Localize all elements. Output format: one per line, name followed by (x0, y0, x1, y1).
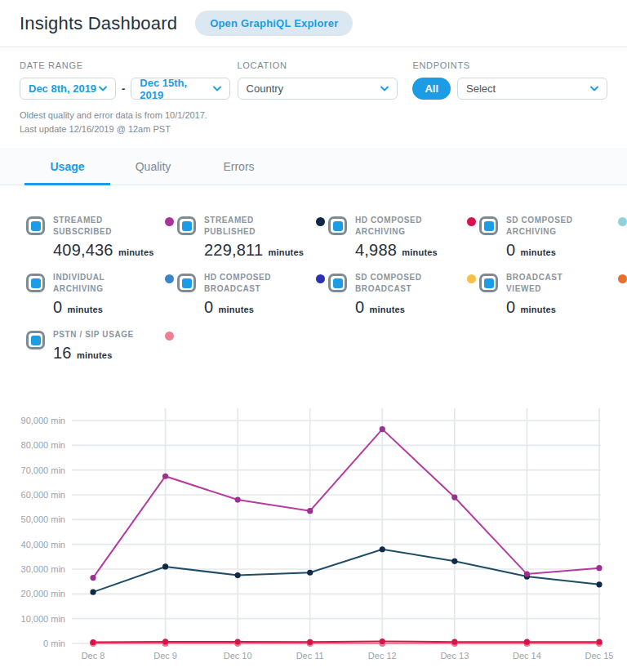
metric-number: 16 (53, 344, 72, 362)
tab-usage[interactable]: Usage (24, 148, 110, 185)
data-point-dot (596, 565, 602, 571)
data-point-dot (162, 474, 168, 479)
usage-line-chart: 0 min10,000 min20,000 min30,000 min40,00… (0, 403, 627, 672)
usage-chart-section: 0 min10,000 min20,000 min30,000 min40,00… (0, 403, 627, 672)
page-title: Insights Dashboard (20, 13, 177, 34)
metric-value: 0 minutes (355, 298, 476, 317)
metric-value: 4,988 minutes (355, 241, 476, 260)
series-color-dot (618, 217, 627, 226)
endpoints-select[interactable]: Select (457, 78, 607, 100)
metric-card-body: HD COMPOSED BROADCAST 0 minutes (204, 272, 325, 321)
data-point-dot (380, 639, 385, 644)
x-axis-tick-label: Dec 13 (440, 651, 469, 661)
data-point-dot (235, 639, 241, 645)
y-axis-tick-label: 60,000 min (21, 490, 65, 500)
x-axis-tick-label: Dec 12 (368, 651, 397, 661)
y-axis-tick-label: 80,000 min (21, 440, 65, 450)
series-color-dot (165, 274, 174, 283)
metric-card: STREAMED PUBLISHED 229,811 minutes (177, 215, 328, 264)
metric-card: INDIVIDUAL ARCHIVING 0 minutes (26, 272, 177, 321)
metric-checkbox[interactable] (177, 216, 196, 235)
series-color-dot (467, 274, 476, 283)
checkbox-check-fill (31, 336, 41, 345)
tab-errors[interactable]: Errors (196, 148, 282, 185)
metric-card-body: STREAMED PUBLISHED 229,811 minutes (204, 215, 325, 264)
metric-label: PSTN / SIP USAGE (53, 329, 136, 340)
metric-value: 16 minutes (53, 344, 174, 363)
metric-number: 0 (506, 298, 515, 316)
metric-unit: minutes (265, 247, 304, 257)
date-end-value: Dec 15th, 2019 (140, 77, 213, 101)
y-axis-tick-label: 10,000 min (21, 614, 65, 624)
y-axis-tick-label: 20,000 min (21, 589, 65, 599)
checkbox-check-fill (484, 221, 494, 231)
metric-checkbox[interactable] (479, 274, 498, 292)
y-axis-tick-label: 0 min (43, 639, 65, 648)
series-line (93, 642, 599, 643)
data-point-dot (307, 508, 313, 514)
metric-label: HD COMPOSED BROADCAST (204, 272, 287, 295)
checkbox-check-fill (333, 221, 343, 231)
metric-checkbox[interactable] (177, 274, 196, 292)
chevron-down-icon (380, 86, 389, 91)
data-point-dot (90, 575, 96, 581)
date-start-select[interactable]: Dec 8th, 2019 (20, 78, 116, 100)
metric-checkbox[interactable] (26, 274, 45, 292)
series-color-dot (165, 217, 174, 226)
open-graphiql-explorer-button[interactable]: Open GraphiQL Explorer (195, 11, 353, 36)
metric-number: 0 (53, 298, 62, 316)
data-availability-note: Oldest quality and error data is from 10… (20, 109, 238, 136)
endpoints-group: ENDPOINTS All Select (412, 60, 607, 136)
page-header: Insights Dashboard Open GraphiQL Explore… (0, 0, 627, 47)
date-end-select[interactable]: Dec 15th, 2019 (131, 78, 230, 100)
tab-quality[interactable]: Quality (110, 148, 196, 185)
checkbox-check-fill (182, 221, 192, 231)
metric-value: 0 minutes (506, 298, 627, 317)
metric-number: 0 (506, 241, 515, 259)
metric-number: 229,811 (204, 241, 263, 259)
data-point-dot (307, 639, 313, 645)
location-select[interactable]: Country (238, 78, 398, 100)
tab-bar: Usage Quality Errors (0, 148, 627, 185)
metric-number: 4,988 (355, 241, 397, 259)
checkbox-check-fill (31, 221, 41, 231)
metric-value: 409,436 minutes (53, 241, 174, 260)
x-axis-tick-label: Dec 8 (82, 651, 105, 661)
endpoints-all-button[interactable]: All (412, 78, 451, 100)
data-point-dot (596, 581, 602, 587)
metric-card: SD COMPOSED ARCHIVING 0 minutes (479, 215, 627, 264)
metric-card-grid: STREAMED SUBSCRIBED 409,436 minutes STRE… (0, 185, 627, 403)
metric-label: HD COMPOSED ARCHIVING (355, 215, 438, 238)
location-value: Country (247, 82, 284, 95)
metric-unit: minutes (518, 247, 556, 257)
data-point-dot (380, 426, 385, 432)
metric-unit: minutes (518, 305, 556, 314)
chevron-down-icon (213, 86, 221, 91)
data-point-dot (596, 639, 602, 645)
metric-checkbox[interactable] (26, 216, 45, 235)
metric-label: SD COMPOSED BROADCAST (355, 272, 438, 295)
metric-label: SD COMPOSED ARCHIVING (506, 215, 589, 238)
metric-checkbox[interactable] (328, 274, 347, 292)
data-point-dot (162, 639, 168, 644)
checkbox-check-fill (333, 278, 343, 288)
metric-card: HD COMPOSED ARCHIVING 4,988 minutes (328, 215, 479, 264)
x-axis-tick-label: Dec 9 (153, 651, 177, 661)
series-color-dot (165, 332, 174, 340)
metric-checkbox[interactable] (328, 216, 347, 235)
y-axis-tick-label: 40,000 min (21, 540, 65, 550)
metric-number: 409,436 (53, 241, 113, 259)
note-line-2: Last update 12/16/2019 @ 12am PST (20, 122, 238, 136)
series-color-dot (316, 217, 325, 226)
metric-value: 0 minutes (506, 241, 627, 260)
metric-checkbox[interactable] (26, 331, 45, 349)
endpoints-label: ENDPOINTS (412, 60, 607, 70)
metric-unit: minutes (367, 305, 405, 314)
checkbox-check-fill (484, 278, 494, 288)
metric-number: 0 (355, 298, 364, 316)
chevron-down-icon (590, 86, 598, 91)
data-point-dot (307, 570, 313, 576)
metric-card-body: BROADCAST VIEWED 0 minutes (506, 272, 627, 321)
metric-checkbox[interactable] (479, 216, 498, 235)
data-point-dot (162, 563, 168, 569)
